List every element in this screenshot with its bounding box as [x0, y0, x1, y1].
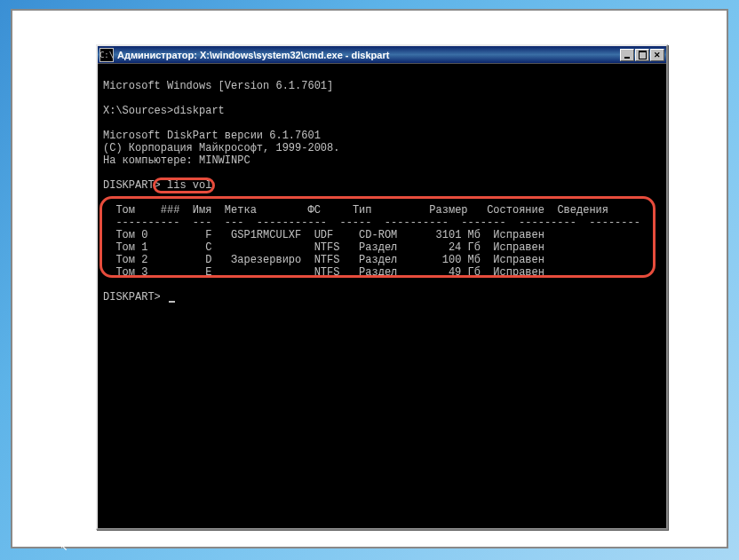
- table-header-row: Том ### Имя Метка ФС Тип Размер Состояни…: [115, 204, 608, 217]
- prompt-line: X:\Sources>diskpart: [103, 105, 225, 117]
- cursor: [169, 301, 175, 303]
- minimize-button[interactable]: [620, 49, 634, 61]
- table-row: Том 2 D Зарезервиро NTFS Раздел 100 Мб И…: [115, 254, 544, 266]
- table-row: Том 1 C NTFS Раздел 24 Гб Исправен: [115, 241, 544, 254]
- diskpart-prompt-2: DISKPART>: [103, 291, 161, 304]
- diskpart-version: Microsoft DiskPart версии 6.1.7601: [103, 130, 321, 142]
- copyright-line: (C) Корпорация Майкрософт, 1999-2008.: [103, 142, 339, 154]
- table-row: Том 3 E NTFS Раздел 49 Гб Исправен: [115, 266, 544, 279]
- cmd-window: C:\ Администратор: X:\windows\system32\c…: [96, 44, 668, 530]
- table-row: Том 0 F GSP1RMCULXF UDF CD-ROM 3101 Мб И…: [115, 229, 544, 241]
- window-controls: [620, 49, 664, 61]
- titlebar[interactable]: C:\ Администратор: X:\windows\system32\c…: [98, 46, 666, 64]
- screenshot-border: C:\ Администратор: X:\windows\system32\c…: [11, 9, 728, 548]
- console-output[interactable]: Microsoft Windows [Version 6.1.7601] X:\…: [98, 64, 666, 357]
- cmd-icon: C:\: [99, 48, 114, 62]
- version-line: Microsoft Windows [Version 6.1.7601]: [103, 80, 333, 92]
- diskpart-prompt: DISKPART>: [103, 179, 161, 192]
- close-button[interactable]: [650, 49, 664, 61]
- maximize-button[interactable]: [635, 49, 649, 61]
- command-entered: lis vol: [167, 179, 211, 192]
- computer-line: На компьютере: MINWINPC: [103, 154, 250, 167]
- window-title: Администратор: X:\windows\system32\cmd.e…: [117, 50, 620, 60]
